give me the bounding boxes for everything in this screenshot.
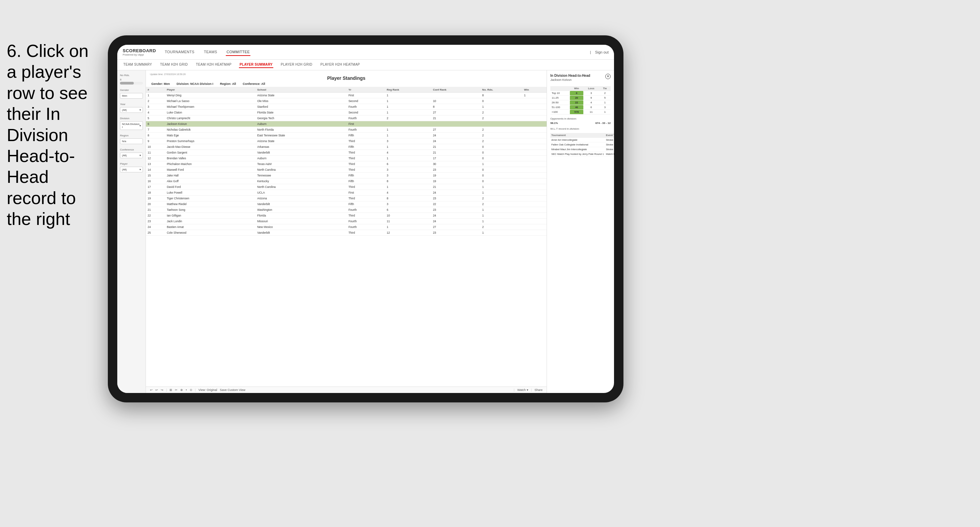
table-row[interactable]: 20 Matthew Riedel Vanderbilt Fifth 3 22 … [146,202,547,207]
cell-player: Wenyi Ding [165,93,255,98]
sub-nav-player-h2h-grid[interactable]: PLAYER H2H GRID [280,62,313,68]
toolbar-cut[interactable]: ✂ [175,388,178,392]
toolbar-add[interactable]: ⊕ [180,388,183,392]
table-row[interactable]: 14 Maxwell Ford North Carolina Third 3 2… [146,167,547,173]
h2h-col-win: Win [570,86,583,91]
toolbar-circle[interactable]: ⊙ [190,388,192,392]
table-row[interactable]: 16 Alex Goff Kentucky Fifth 8 19 0 [146,178,547,184]
sub-nav-team-h2h-heatmap[interactable]: TEAM H2H HEATMAP [195,62,232,68]
cell-num: 9 [146,138,165,144]
h2h-close-button[interactable]: ✕ [605,74,611,79]
cell-school: North Florida [255,127,347,133]
table-row[interactable]: 8 Mats Ege East Tennessee State Fifth 1 … [146,133,547,138]
table-row[interactable]: 10 Jacob Max-Diesse Arkansas Fifth 1 21 … [146,144,547,150]
table-row[interactable]: 13 Phichaksn Maichon Texas A&M Third 6 3… [146,161,547,167]
center-panel: Update time: 27/03/2024 16:56:26 Player … [146,70,547,393]
nav-right: | Sign out [590,50,609,54]
nav-item-tournaments[interactable]: TOURNAMENTS [164,49,195,56]
cell-yr: Third [347,161,385,167]
table-row[interactable]: 18 Luke Powell UCLA First 4 24 1 [146,190,547,196]
table-row[interactable]: 23 Jack Lundin Missouri Fourth 11 24 1 [146,219,547,224]
nav-item-teams[interactable]: TEAMS [203,49,218,56]
cell-conf: 21 [431,150,480,156]
table-row[interactable]: 9 Preston Summerhays Arizona State Third… [146,138,547,144]
table-row[interactable]: 4 Luke Claton Florida State Second 1 27 … [146,110,547,116]
table-row[interactable]: 11 Gordon Sargent Vanderbilt Third 4 21 … [146,150,547,156]
cell-conf: 19 [431,173,480,178]
conference-control[interactable]: (All) ▾ [120,152,143,158]
cell-win [522,98,547,104]
table-row[interactable]: 17 David Ford North Carolina Third 1 21 … [146,184,547,190]
watch-button[interactable]: Watch ▾ [517,388,528,392]
filter-row: Gender: Men Division: NCAA Division I Re… [150,82,542,86]
table-row[interactable]: 15 Jake Hall Tennessee Fifth 3 19 0 [146,173,547,178]
cell-conf: 23 [431,167,480,173]
cell-num: 7 [146,127,165,133]
no-rds-label: No Rds. [120,74,143,77]
tournament-cell-type: Stroke Play [605,143,614,147]
cell-num: 16 [146,178,165,184]
h2h-cell-win: 578 [570,110,583,114]
table-row[interactable]: 5 Christo Lamprecht Georgia Tech Fourth … [146,116,547,121]
cell-conf: 30 [431,161,480,167]
table-row[interactable]: 21 Taehoon Song Washington Fourth 6 23 1 [146,207,547,213]
save-custom-view-button[interactable]: Save Custom View [220,388,245,392]
h2h-row: >100 578 11 1 [550,110,611,114]
cell-win [522,156,547,161]
table-row[interactable]: 6 Jackson Koivun Auburn First [146,121,547,127]
record-row: 98.1% 674 - 33 - 12 [550,122,611,125]
toolbar-undo2[interactable]: ↩ [155,388,158,392]
table-row[interactable]: 25 Cole Sherwood Vanderbilt Third 12 23 … [146,230,547,236]
table-row[interactable]: 22 Ian Gilligan Florida Third 10 24 1 [146,213,547,219]
cell-conf: 8 [431,104,480,110]
toolbar-undo[interactable]: ↩ [150,388,153,392]
share-button[interactable]: Share [535,388,542,392]
cell-school: Vanderbilt [255,230,347,236]
toolbar-grid[interactable]: ⊞ [170,388,172,392]
cell-school: Florida State [255,110,347,116]
h2h-cell-tie: 1 [599,110,611,114]
cell-conf: 27 [431,110,480,116]
sub-nav-player-h2h-heatmap[interactable]: PLAYER H2H HEATMAP [320,62,361,68]
table-row[interactable]: 19 Tiger Christensen Arizona Third 8 23 … [146,196,547,202]
cell-rds: 1 [480,207,522,213]
gender-control[interactable]: Men [120,93,143,98]
region-control[interactable]: N/a [120,138,143,144]
h2h-header: In Division Head-to-Head Jackson Koivun … [550,74,611,84]
table-row[interactable]: 7 Nicholas Gabrelcik North Florida Fourt… [146,127,547,133]
sub-nav-team-summary[interactable]: TEAM SUMMARY [123,62,153,68]
toolbar-dot[interactable]: • [186,388,187,392]
update-time: Update time: 27/03/2024 16:56:26 [150,73,542,75]
cell-school: Ole Miss [255,98,347,104]
h2h-col-loss: Loss [583,86,599,91]
table-row[interactable]: 2 Michael La Sasso Ole Miss Second 1 10 … [146,98,547,104]
table-row[interactable]: 3 Michael Thorbjornsen Stanford Fourth 1… [146,104,547,110]
cell-yr: Fifth [347,144,385,150]
cell-conf: 24 [431,138,480,144]
player-control[interactable]: (All) ▾ [120,167,143,172]
h2h-player-name: Jackson Koivun [550,78,590,81]
cell-rds: 0 [480,173,522,178]
sub-nav-team-h2h-grid[interactable]: TEAM H2H GRID [159,62,188,68]
table-row[interactable]: 1 Wenyi Ding Arizona State First 1 8 1 [146,93,547,98]
table-row[interactable]: 12 Brendan Valles Auburn Third 1 17 0 [146,156,547,161]
cell-rds: 8 [480,93,522,98]
cell-conf: 21 [431,144,480,150]
cell-player: Nicholas Gabrelcik [165,127,255,133]
table-row[interactable]: 24 Bastien Amat New Mexico Fourth 1 27 2 [146,224,547,230]
sign-out-button[interactable]: Sign out [595,50,609,54]
nav-item-committee[interactable]: COMMITTEE [226,49,250,56]
cell-rds: 1 [480,161,522,167]
view-original-button[interactable]: View: Original [199,388,217,392]
h2h-table-header: Win Loss Tie [550,86,611,91]
division-control[interactable]: NCAA Division I ▾ [120,121,143,130]
cell-conf: 23 [431,196,480,202]
toolbar-redo[interactable]: ↪ [161,388,164,392]
sub-nav-player-summary[interactable]: PLAYER SUMMARY [239,62,273,68]
no-rds-value: 6 [120,78,143,81]
cell-yr: Fifth [347,178,385,184]
cell-reg: 1 [385,133,431,138]
col-num: # [146,87,165,93]
cell-num: 22 [146,213,165,219]
year-control[interactable]: (All) ▾ [120,107,143,113]
